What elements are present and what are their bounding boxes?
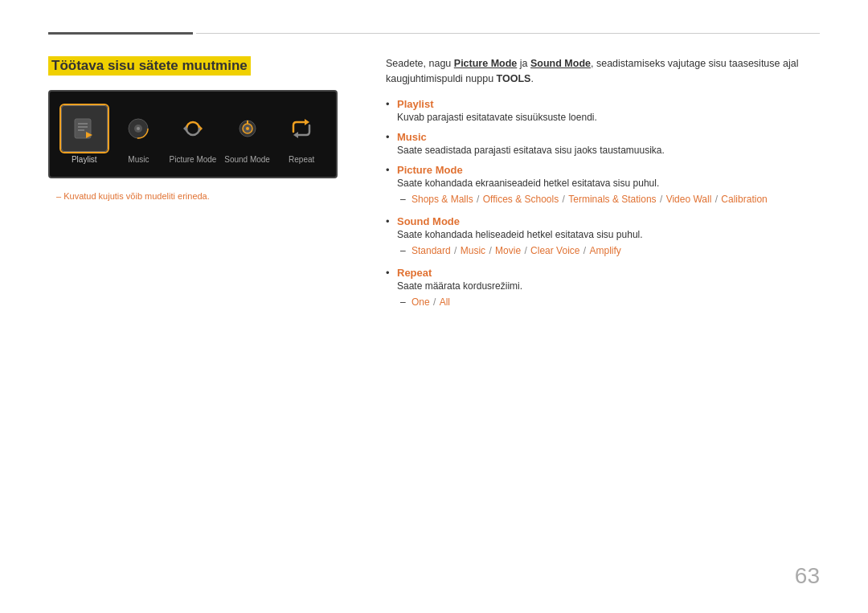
playlist-desc: Kuvab parajasti esitatavate sisuüksuste …	[397, 112, 820, 123]
top-line-dark	[48, 32, 193, 35]
sound-mode-options: Standard / Music / Movie / Clear Voice /…	[397, 243, 820, 259]
repeat-icon-box	[278, 105, 325, 152]
music-icon-box	[115, 105, 162, 152]
picture-mode-ref: Picture Mode	[454, 58, 518, 69]
svg-marker-16	[293, 132, 298, 138]
panel-item-picture-mode[interactable]: Picture Mode	[168, 105, 218, 164]
amplify: Amplify	[590, 245, 621, 256]
music-icon	[125, 116, 151, 141]
picture-mode-icon-box	[170, 105, 216, 152]
svg-point-13	[246, 127, 249, 130]
repeat-options: One / All	[397, 295, 820, 310]
offices-schools: Offices & Schools	[483, 194, 559, 205]
repeat-title: Repeat	[397, 267, 820, 279]
standard: Standard	[411, 245, 451, 256]
list-item-repeat: Repeat Saate määrata kordusrežiimi. One …	[386, 267, 820, 310]
sound-mode-sub: Standard / Music / Movie / Clear Voice /…	[397, 243, 820, 259]
footnote-text: Kuvatud kujutis võib mudeliti erineda.	[48, 191, 354, 201]
music-desc: Saate seadistada parajasti esitatava sis…	[397, 145, 820, 156]
picture-mode-icon	[180, 116, 206, 141]
music-option: Music	[461, 245, 485, 256]
sound-mode-icon	[235, 116, 260, 141]
section-title: Töötava sisu sätete muutmine	[48, 56, 251, 76]
svg-marker-15	[305, 119, 309, 125]
picture-mode-sub: Shops & Malls / Offices & Schools / Term…	[397, 192, 820, 207]
panel-label-sound-mode: Sound Mode	[224, 155, 270, 164]
ui-panel: Playlist Music	[48, 90, 338, 178]
top-decorative-lines	[48, 32, 820, 35]
repeat-sub: One / All	[397, 295, 820, 310]
sound-mode-desc: Saate kohandada heliseadeid hetkel esita…	[397, 229, 820, 240]
tools-ref: TOOLS	[497, 73, 531, 84]
list-item-sound-mode: Sound Mode Saate kohandada heliseadeid h…	[386, 215, 820, 259]
right-column: Seadete, nagu Picture Mode ja Sound Mode…	[386, 56, 820, 318]
panel-item-music[interactable]: Music	[114, 105, 164, 164]
all: All	[440, 296, 450, 308]
clear-voice: Clear Voice	[530, 245, 579, 256]
page-container: Töötava sisu sätete muutmine Play	[0, 0, 868, 613]
panel-label-music: Music	[128, 155, 149, 164]
one: One	[411, 296, 430, 308]
top-line-light	[196, 33, 820, 34]
terminals-stations: Terminals & Stations	[568, 194, 656, 205]
list-item-picture-mode: Picture Mode Saate kohandada ekraanisead…	[386, 164, 820, 207]
sound-mode-ref: Sound Mode	[530, 58, 591, 69]
panel-label-picture-mode: Picture Mode	[170, 155, 217, 164]
shops-malls: Shops & Malls	[411, 194, 473, 205]
picture-mode-title: Picture Mode	[397, 164, 820, 176]
video-wall: Video Wall	[666, 194, 712, 205]
list-item-playlist: Playlist Kuvab parajasti esitatavate sis…	[386, 98, 820, 123]
playlist-title: Playlist	[397, 98, 820, 110]
movie: Movie	[495, 245, 521, 256]
page-number: 63	[795, 563, 820, 589]
picture-mode-desc: Saate kohandada ekraaniseadeid hetkel es…	[397, 178, 820, 189]
list-item-music: Music Saate seadistada parajasti esitata…	[386, 131, 820, 156]
svg-point-7	[137, 127, 140, 130]
bullet-list: Playlist Kuvab parajasti esitatavate sis…	[386, 98, 820, 311]
sound-mode-title: Sound Mode	[397, 215, 820, 227]
panel-item-sound-mode[interactable]: Sound Mode	[223, 105, 272, 164]
calibration: Calibration	[721, 194, 767, 205]
panel-item-playlist[interactable]: Playlist	[59, 105, 109, 164]
picture-mode-options: Shops & Malls / Offices & Schools / Term…	[397, 192, 820, 207]
sound-mode-icon-box	[224, 105, 271, 152]
panel-label-repeat: Repeat	[289, 155, 314, 164]
repeat-desc: Saate määrata kordusrežiimi.	[397, 280, 820, 292]
playlist-icon-box	[61, 105, 108, 152]
panel-label-playlist: Playlist	[72, 155, 97, 164]
left-column: Töötava sisu sätete muutmine Play	[48, 56, 354, 201]
music-title: Music	[397, 131, 820, 143]
intro-text: Seadete, nagu Picture Mode ja Sound Mode…	[386, 56, 820, 87]
playlist-icon	[72, 116, 97, 141]
svg-marker-10	[183, 125, 186, 132]
repeat-icon	[289, 116, 314, 141]
panel-item-repeat[interactable]: Repeat	[276, 105, 326, 164]
